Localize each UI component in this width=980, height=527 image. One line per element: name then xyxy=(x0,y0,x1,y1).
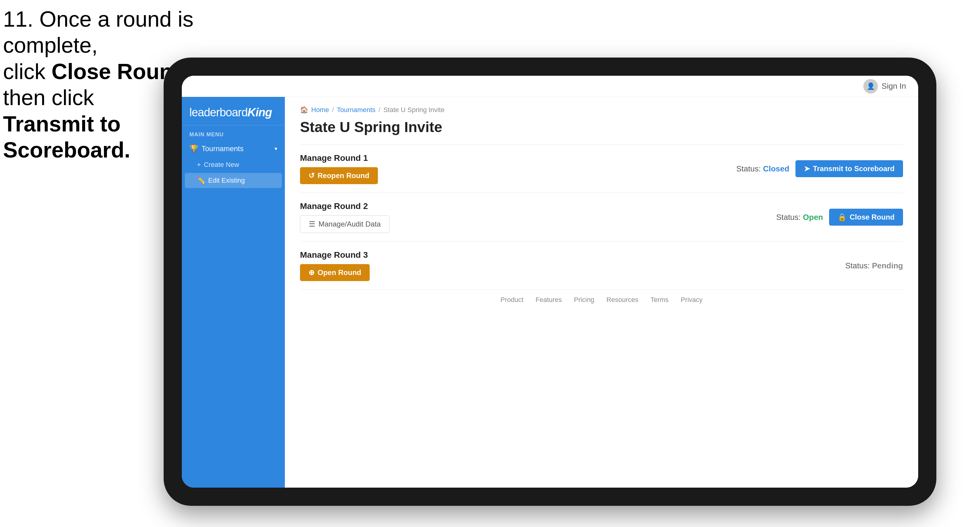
round-1-status: Status: Closed xyxy=(737,164,789,173)
footer-link-pricing[interactable]: Pricing xyxy=(574,296,594,304)
app-logo: leaderboardKing xyxy=(189,106,277,119)
round-3-status-value: Pending xyxy=(872,261,903,270)
close-round-label: Close Round xyxy=(850,213,894,221)
open-round-button[interactable]: ⊕ Open Round xyxy=(300,264,370,281)
round-2-status-value: Open xyxy=(803,213,823,222)
breadcrumb-home-link[interactable]: Home xyxy=(311,106,329,114)
round-1-right: Status: Closed ➤ Transmit to Scoreboard xyxy=(737,160,903,177)
breadcrumb-sep2: / xyxy=(379,106,380,114)
round-1-title: Manage Round 1 xyxy=(300,153,378,163)
instruction-line1: 11. Once a round is complete, xyxy=(3,7,193,57)
top-navbar: 👤 Sign In xyxy=(182,76,918,97)
reopen-icon: ↺ xyxy=(309,171,315,180)
open-round-label: Open Round xyxy=(318,268,361,277)
page-footer: Product Features Pricing Resources Terms… xyxy=(300,290,903,310)
transmit-icon: ➤ xyxy=(804,165,810,173)
audit-icon: ☰ xyxy=(309,220,315,229)
close-round-button[interactable]: 🔒 Close Round xyxy=(829,209,903,225)
instruction-line2: click Close Round then click xyxy=(3,59,186,110)
logo-area: leaderboardKing xyxy=(182,97,285,125)
edit-icon: ✏️ xyxy=(197,176,205,184)
lock-icon: 🔒 xyxy=(838,213,847,221)
transmit-label: Transmit to Scoreboard xyxy=(813,165,894,173)
breadcrumb: 🏠 Home / Tournaments / State U Spring In… xyxy=(300,106,903,114)
footer-link-resources[interactable]: Resources xyxy=(606,296,638,304)
user-avatar: 👤 xyxy=(863,79,878,94)
signin-label[interactable]: Sign In xyxy=(881,81,906,91)
manage-audit-button[interactable]: ☰ Manage/Audit Data xyxy=(300,215,390,233)
sidebar-item-create-new[interactable]: + Create New xyxy=(182,157,285,172)
edit-existing-label: Edit Existing xyxy=(208,176,245,184)
sidebar: leaderboardKing MAIN MENU 🏆 Tournaments … xyxy=(182,97,285,487)
tablet-device: 👤 Sign In leaderboardKing MAIN MENU 🏆 To… xyxy=(164,57,936,506)
sidebar-tournaments-label: Tournaments xyxy=(202,144,243,153)
breadcrumb-tournaments-link[interactable]: Tournaments xyxy=(337,106,375,114)
round-3-left: Manage Round 3 ⊕ Open Round xyxy=(300,250,370,281)
page-title: State U Spring Invite xyxy=(300,119,903,135)
trophy-icon: 🏆 xyxy=(189,144,199,153)
footer-link-terms[interactable]: Terms xyxy=(651,296,669,304)
footer-link-privacy[interactable]: Privacy xyxy=(681,296,702,304)
plus-icon: + xyxy=(197,161,201,169)
manage-audit-label: Manage/Audit Data xyxy=(318,220,380,229)
breadcrumb-current: State U Spring Invite xyxy=(383,106,445,114)
round-3-status: Status: Pending xyxy=(845,261,903,270)
breadcrumb-sep1: / xyxy=(332,106,334,114)
signin-area[interactable]: 👤 Sign In xyxy=(863,79,906,94)
round-3-title: Manage Round 3 xyxy=(300,250,370,260)
round-2-title: Manage Round 2 xyxy=(300,202,390,211)
tablet-screen: 👤 Sign In leaderboardKing MAIN MENU 🏆 To… xyxy=(182,76,918,487)
sidebar-item-tournaments[interactable]: 🏆 Tournaments ▾ xyxy=(182,140,285,157)
round-2-right: Status: Open 🔒 Close Round xyxy=(776,209,903,225)
footer-link-product[interactable]: Product xyxy=(500,296,523,304)
round-3-section: Manage Round 3 ⊕ Open Round Status: Pend… xyxy=(300,241,903,290)
reopen-round-button[interactable]: ↺ Reopen Round xyxy=(300,167,378,184)
create-new-label: Create New xyxy=(204,161,239,169)
round-3-right: Status: Pending xyxy=(845,261,903,270)
sidebar-item-edit-existing[interactable]: ✏️ Edit Existing xyxy=(185,173,282,188)
main-content: 🏠 Home / Tournaments / State U Spring In… xyxy=(285,97,918,487)
reopen-label: Reopen Round xyxy=(318,171,369,180)
main-menu-label: MAIN MENU xyxy=(182,125,285,140)
chevron-down-icon: ▾ xyxy=(275,145,277,152)
round-2-status: Status: Open xyxy=(776,213,823,222)
instruction-line3: Transmit to Scoreboard. xyxy=(3,112,130,162)
round-2-section: Manage Round 2 ☰ Manage/Audit Data Statu… xyxy=(300,193,903,241)
breadcrumb-home: 🏠 xyxy=(300,106,308,114)
open-icon: ⊕ xyxy=(309,268,315,277)
footer-link-features[interactable]: Features xyxy=(535,296,562,304)
main-layout: leaderboardKing MAIN MENU 🏆 Tournaments … xyxy=(182,97,918,487)
transmit-scoreboard-button[interactable]: ➤ Transmit to Scoreboard xyxy=(795,160,903,177)
round-1-status-value: Closed xyxy=(763,164,789,173)
round-1-left: Manage Round 1 ↺ Reopen Round xyxy=(300,153,378,184)
round-2-left: Manage Round 2 ☰ Manage/Audit Data xyxy=(300,202,390,233)
round-1-section: Manage Round 1 ↺ Reopen Round Status: Cl… xyxy=(300,144,903,193)
